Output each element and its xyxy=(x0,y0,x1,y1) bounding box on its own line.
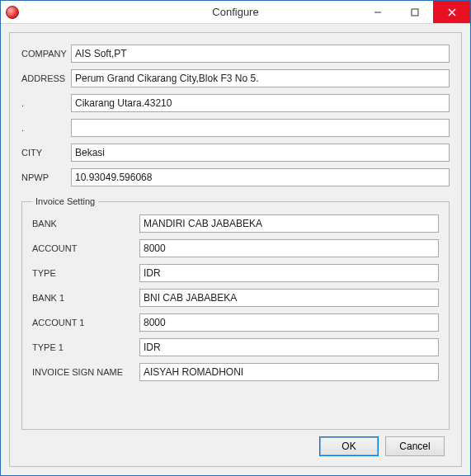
type1-input[interactable] xyxy=(139,338,439,356)
minimize-button[interactable] xyxy=(359,1,396,23)
ok-button[interactable]: OK xyxy=(319,436,379,456)
window-controls xyxy=(359,1,470,23)
type1-label: TYPE 1 xyxy=(32,342,139,352)
app-icon xyxy=(6,6,19,19)
address-label: ADDRESS xyxy=(21,73,71,83)
npwp-label: NPWP xyxy=(21,172,71,182)
close-button[interactable] xyxy=(433,1,470,23)
address2-input[interactable] xyxy=(71,94,450,112)
close-icon xyxy=(448,8,456,16)
company-label: COMPANY xyxy=(21,49,71,59)
client-area: COMPANY ADDRESS . . CITY NPWP xyxy=(1,24,470,475)
svg-rect-1 xyxy=(412,9,418,16)
invoice-sign-label: INVOICE SIGN NAME xyxy=(32,367,139,377)
address3-input[interactable] xyxy=(71,119,450,137)
company-input[interactable] xyxy=(71,45,450,63)
maximize-icon xyxy=(411,8,419,16)
account1-input[interactable] xyxy=(139,313,439,332)
address2-label: . xyxy=(21,98,71,108)
bank1-label: BANK 1 xyxy=(32,293,139,303)
account1-label: ACCOUNT 1 xyxy=(32,318,139,328)
invoice-sign-input[interactable] xyxy=(139,363,439,381)
maximize-button[interactable] xyxy=(396,1,433,23)
titlebar: Configure xyxy=(1,1,470,24)
city-input[interactable] xyxy=(71,144,450,162)
address-input[interactable] xyxy=(71,69,450,87)
type-input[interactable] xyxy=(139,264,439,282)
bank-label: BANK xyxy=(32,219,139,229)
bank1-input[interactable] xyxy=(139,289,439,307)
minimize-icon xyxy=(374,8,382,16)
account-label: ACCOUNT xyxy=(32,243,139,253)
configure-window: Configure COMPANY ADDRESS . xyxy=(0,0,471,476)
bank-input[interactable] xyxy=(139,214,439,233)
type-label: TYPE xyxy=(32,268,139,278)
npwp-input[interactable] xyxy=(71,168,450,186)
city-label: CITY xyxy=(21,148,71,158)
cancel-button[interactable]: Cancel xyxy=(385,436,445,456)
invoice-setting-group: Invoice Setting BANK ACCOUNT TYPE BANK 1 xyxy=(21,196,450,430)
button-bar: OK Cancel xyxy=(21,430,450,458)
main-panel: COMPANY ADDRESS . . CITY NPWP xyxy=(9,32,462,467)
address3-label: . xyxy=(21,123,71,133)
account-input[interactable] xyxy=(139,239,439,257)
invoice-legend: Invoice Setting xyxy=(32,196,98,206)
